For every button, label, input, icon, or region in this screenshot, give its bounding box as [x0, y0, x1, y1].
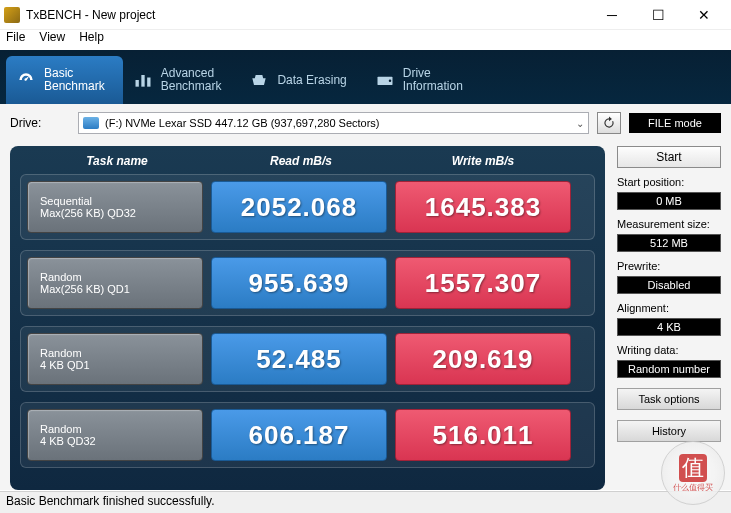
- menu-help[interactable]: Help: [79, 30, 104, 50]
- write-value: 516.011: [395, 409, 571, 461]
- task-options-button[interactable]: Task options: [617, 388, 721, 410]
- erase-icon: [249, 70, 269, 90]
- tab-advanced-benchmark[interactable]: Advanced Benchmark: [123, 56, 240, 104]
- task-button[interactable]: RandomMax(256 KB) QD1: [27, 257, 203, 309]
- task-name-2: 4 KB QD1: [40, 359, 202, 371]
- header-read: Read mB/s: [210, 154, 392, 168]
- side-panel: Start Start position: 0 MB Measurement s…: [617, 146, 721, 490]
- chevron-down-icon: ⌄: [576, 118, 584, 129]
- menu-file[interactable]: File: [6, 30, 25, 50]
- tab-label: Data Erasing: [277, 73, 346, 87]
- task-name-1: Random: [40, 347, 202, 359]
- task-name-1: Sequential: [40, 195, 202, 207]
- start-button[interactable]: Start: [617, 146, 721, 168]
- app-icon: [4, 7, 20, 23]
- tab-label: Advanced Benchmark: [161, 67, 222, 93]
- menu-view[interactable]: View: [39, 30, 65, 50]
- task-button[interactable]: SequentialMax(256 KB) QD32: [27, 181, 203, 233]
- history-button[interactable]: History: [617, 420, 721, 442]
- writing-data-value[interactable]: Random number: [617, 360, 721, 378]
- drive-icon: [375, 70, 395, 90]
- refresh-icon: [602, 116, 616, 130]
- table-headers: Task name Read mB/s Write mB/s: [20, 152, 595, 174]
- menubar: File View Help: [0, 30, 731, 50]
- prewrite-label: Prewrite:: [617, 260, 721, 272]
- tab-drive-information[interactable]: Drive Information: [365, 56, 481, 104]
- benchmark-panel: Task name Read mB/s Write mB/s Sequentia…: [10, 146, 605, 490]
- bars-icon: [133, 70, 153, 90]
- task-button[interactable]: Random4 KB QD32: [27, 409, 203, 461]
- drive-row: Drive: (F:) NVMe Lexar SSD 447.12 GB (93…: [0, 104, 731, 142]
- read-value: 52.485: [211, 333, 387, 385]
- gauge-icon: [16, 70, 36, 90]
- alignment-value[interactable]: 4 KB: [617, 318, 721, 336]
- tab-label: Drive Information: [403, 67, 463, 93]
- drive-value: (F:) NVMe Lexar SSD 447.12 GB (937,697,2…: [105, 117, 380, 129]
- refresh-button[interactable]: [597, 112, 621, 134]
- task-name-1: Random: [40, 271, 202, 283]
- svg-rect-1: [141, 75, 144, 87]
- header-task: Task name: [24, 154, 210, 168]
- read-value: 2052.068: [211, 181, 387, 233]
- drive-label: Drive:: [10, 116, 70, 130]
- write-value: 1557.307: [395, 257, 571, 309]
- read-value: 955.639: [211, 257, 387, 309]
- file-mode-button[interactable]: FILE mode: [629, 113, 721, 133]
- watermark: 值 什么值得买: [661, 441, 725, 505]
- tab-basic-benchmark[interactable]: Basic Benchmark: [6, 56, 123, 104]
- measurement-size-value[interactable]: 512 MB: [617, 234, 721, 252]
- table-row: Random4 KB QD152.485209.619: [20, 326, 595, 392]
- drive-select[interactable]: (F:) NVMe Lexar SSD 447.12 GB (937,697,2…: [78, 112, 589, 134]
- writing-data-label: Writing data:: [617, 344, 721, 356]
- task-name-2: Max(256 KB) QD1: [40, 283, 202, 295]
- start-position-label: Start position:: [617, 176, 721, 188]
- disk-icon: [83, 117, 99, 129]
- minimize-button[interactable]: ─: [589, 0, 635, 30]
- measurement-size-label: Measurement size:: [617, 218, 721, 230]
- table-row: Random4 KB QD32606.187516.011: [20, 402, 595, 468]
- task-button[interactable]: Random4 KB QD1: [27, 333, 203, 385]
- tab-data-erasing[interactable]: Data Erasing: [239, 56, 364, 104]
- table-row: RandomMax(256 KB) QD1955.6391557.307: [20, 250, 595, 316]
- svg-rect-2: [147, 78, 150, 87]
- close-button[interactable]: ✕: [681, 0, 727, 30]
- window-title: TxBENCH - New project: [26, 8, 589, 22]
- tabstrip: Basic Benchmark Advanced Benchmark Data …: [0, 50, 731, 104]
- svg-rect-0: [135, 80, 138, 87]
- start-position-value[interactable]: 0 MB: [617, 192, 721, 210]
- titlebar: TxBENCH - New project ─ ☐ ✕: [0, 0, 731, 30]
- watermark-text: 什么值得买: [673, 482, 713, 493]
- maximize-button[interactable]: ☐: [635, 0, 681, 30]
- task-name-1: Random: [40, 423, 202, 435]
- table-row: SequentialMax(256 KB) QD322052.0681645.3…: [20, 174, 595, 240]
- header-write: Write mB/s: [392, 154, 574, 168]
- watermark-char: 值: [679, 454, 707, 482]
- tab-label: Basic Benchmark: [44, 67, 105, 93]
- alignment-label: Alignment:: [617, 302, 721, 314]
- statusbar: Basic Benchmark finished successfully.: [0, 491, 731, 513]
- task-name-2: Max(256 KB) QD32: [40, 207, 202, 219]
- task-name-2: 4 KB QD32: [40, 435, 202, 447]
- read-value: 606.187: [211, 409, 387, 461]
- write-value: 1645.383: [395, 181, 571, 233]
- write-value: 209.619: [395, 333, 571, 385]
- prewrite-value[interactable]: Disabled: [617, 276, 721, 294]
- svg-point-4: [389, 80, 392, 83]
